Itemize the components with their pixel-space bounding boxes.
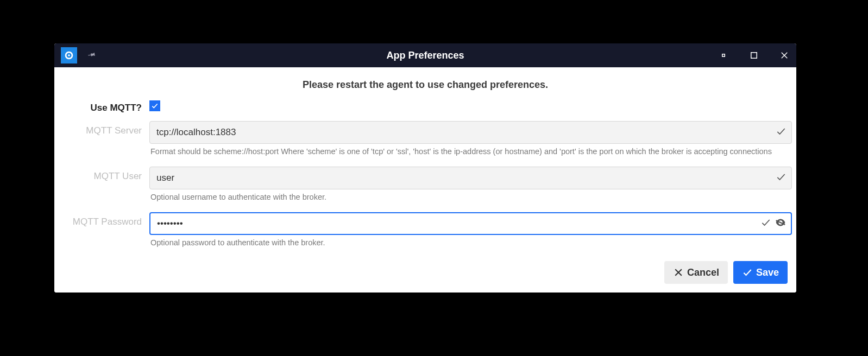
check-icon xyxy=(742,267,753,278)
close-icon xyxy=(673,267,684,278)
preferences-window: App Preferences Please restart the agent… xyxy=(54,43,796,293)
mqtt-user-label: MQTT User xyxy=(54,167,149,182)
valid-check-icon xyxy=(776,171,787,185)
mqtt-password-label: MQTT Password xyxy=(54,212,149,227)
mqtt-user-help: Optional username to authenticate with t… xyxy=(149,189,792,209)
valid-check-icon xyxy=(776,126,787,139)
close-button[interactable] xyxy=(777,48,792,63)
toggle-visibility-icon[interactable] xyxy=(775,217,787,231)
preferences-form: Use MQTT? MQTT Server xyxy=(54,98,796,284)
maximize-button[interactable] xyxy=(746,48,762,63)
svg-rect-1 xyxy=(722,54,725,57)
mqtt-password-input[interactable] xyxy=(149,212,792,235)
mqtt-server-input[interactable] xyxy=(149,121,792,144)
svg-point-0 xyxy=(68,54,70,56)
save-button[interactable]: Save xyxy=(733,261,788,284)
mqtt-server-help: Format should be scheme://host:port Wher… xyxy=(149,144,792,163)
mqtt-server-label: MQTT Server xyxy=(54,121,149,136)
cancel-button-label: Cancel xyxy=(687,267,719,278)
mqtt-user-input[interactable] xyxy=(149,167,792,189)
app-icon xyxy=(61,47,77,63)
save-button-label: Save xyxy=(756,267,779,278)
window-title: App Preferences xyxy=(54,50,796,61)
use-mqtt-checkbox[interactable] xyxy=(149,100,160,111)
content-area: Please restart the agent to use changed … xyxy=(54,67,796,293)
svg-rect-2 xyxy=(751,53,757,59)
cancel-button[interactable]: Cancel xyxy=(664,261,728,284)
valid-check-icon xyxy=(760,217,771,230)
pin-icon[interactable] xyxy=(83,47,98,63)
titlebar: App Preferences xyxy=(54,43,796,67)
restart-notice: Please restart the agent to use changed … xyxy=(54,76,796,98)
use-mqtt-label: Use MQTT? xyxy=(54,98,149,113)
restore-button[interactable] xyxy=(716,48,731,63)
mqtt-password-help: Optional password to authenticate with t… xyxy=(149,235,792,255)
